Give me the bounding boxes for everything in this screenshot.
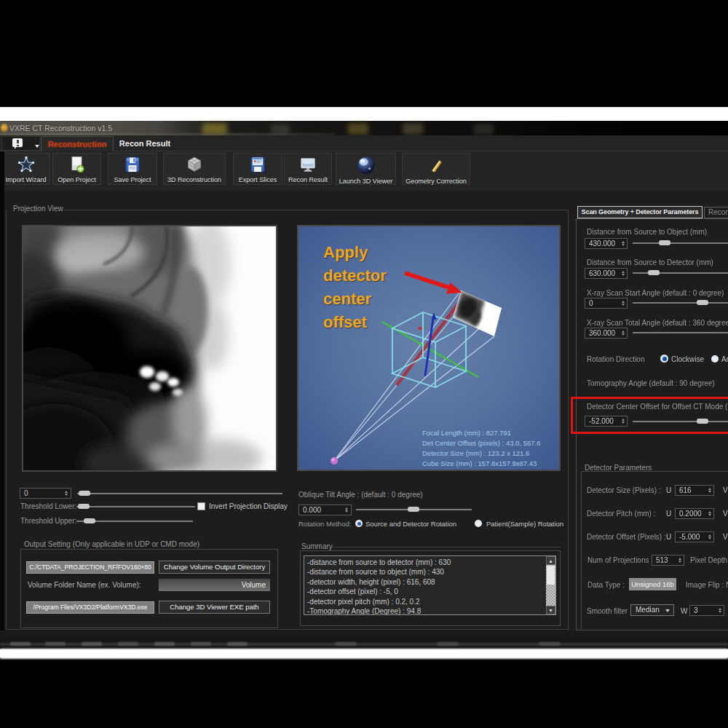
svg-text:Apply: Apply xyxy=(323,243,368,261)
svg-text:center: center xyxy=(323,290,371,308)
svg-text:offset: offset xyxy=(323,313,368,331)
svg-text:detector: detector xyxy=(323,266,387,285)
svg-text:Cube Size (mm) : 157.8x157.9x8: Cube Size (mm) : 157.8x157.9x87.43 xyxy=(422,459,537,467)
svg-text:Detector Size (mm) : 123.2 x 1: Detector Size (mm) : 123.2 x 121.6 xyxy=(422,449,529,457)
svg-text:Focal Length (mm) : 827.791: Focal Length (mm) : 827.791 xyxy=(422,429,511,437)
svg-text:Det Center Offset (pixels) : 4: Det Center Offset (pixels) : 43.0, 567.6 xyxy=(422,439,540,447)
